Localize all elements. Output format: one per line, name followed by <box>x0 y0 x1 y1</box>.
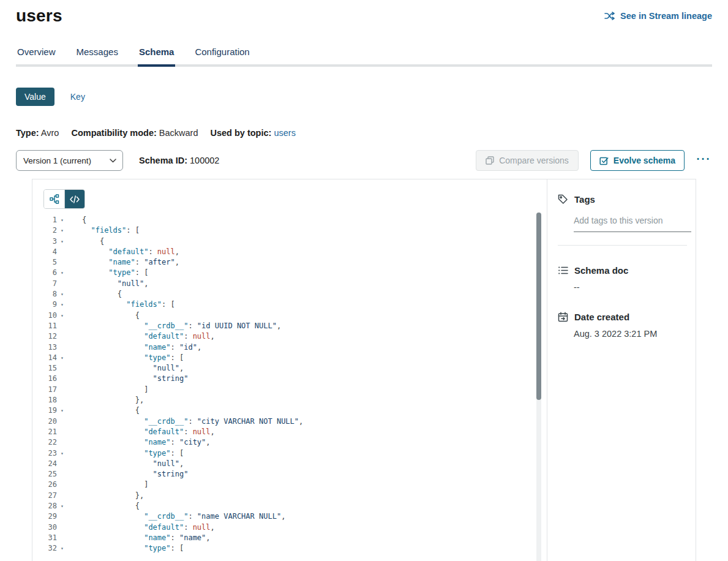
code-text: "fields": [ <box>67 225 140 236</box>
tab-schema[interactable]: Schema <box>138 47 176 67</box>
add-tags-input[interactable] <box>574 214 691 232</box>
code-text: "type": [ <box>67 353 184 363</box>
code-line: 26 ] <box>32 480 547 490</box>
fold-toggle-icon[interactable]: ▾ <box>57 353 67 363</box>
fold-toggle-icon[interactable]: ▾ <box>57 225 67 236</box>
code-line: 32▾ "type": [ <box>32 543 547 554</box>
code-text: "type": [ <box>67 543 184 554</box>
fold-gutter <box>57 416 67 427</box>
editor-scrollbar-thumb[interactable] <box>536 213 541 400</box>
fold-gutter <box>57 247 67 257</box>
page-header: users See in Stream lineage <box>0 0 728 26</box>
tags-title: Tags <box>574 194 595 205</box>
code-line: 9▾ "fields": [ <box>32 299 547 310</box>
fold-toggle-icon[interactable]: ▾ <box>57 289 67 299</box>
evolve-schema-button[interactable]: Evolve schema <box>590 150 685 171</box>
fold-toggle-icon[interactable]: ▾ <box>57 448 67 459</box>
line-number: 10 <box>32 311 57 321</box>
tab-messages[interactable]: Messages <box>75 47 119 64</box>
code-line: 24 "null", <box>32 459 547 469</box>
tags-section: Tags <box>558 194 687 246</box>
schema-id-value: 100002 <box>190 156 219 165</box>
fold-gutter <box>57 321 67 331</box>
chevron-down-icon <box>110 159 116 163</box>
fold-gutter <box>57 385 67 395</box>
code-text: { <box>67 311 140 321</box>
code-line: 14▾ "type": [ <box>32 353 547 363</box>
schema-doc-section: Schema doc -- <box>558 265 687 292</box>
fold-toggle-icon[interactable]: ▾ <box>57 311 67 321</box>
editor-view-toggle <box>43 189 85 209</box>
compare-versions-button[interactable]: Compare versions <box>476 150 579 171</box>
stream-lineage-link[interactable]: See in Stream lineage <box>604 11 712 21</box>
tag-icon <box>558 194 568 205</box>
line-number: 23 <box>32 448 57 459</box>
fold-toggle-icon[interactable]: ▾ <box>57 268 67 278</box>
topic-link[interactable]: users <box>274 128 295 138</box>
code-text: { <box>67 236 104 247</box>
compatibility-meta: Compatibility mode: Backward <box>71 128 198 138</box>
code-text: "null", <box>67 279 148 289</box>
code-view-button[interactable] <box>64 190 84 208</box>
tree-view-icon <box>50 194 59 204</box>
line-number: 21 <box>32 427 57 437</box>
tab-overview[interactable]: Overview <box>16 47 57 64</box>
fold-toggle-icon[interactable]: ▾ <box>57 215 67 225</box>
sidebar-divider <box>558 245 687 246</box>
code-text: "name": "after", <box>67 257 179 268</box>
code-text: { <box>67 501 140 511</box>
value-toggle-button[interactable]: Value <box>16 88 54 106</box>
editor-scrollbar-track[interactable] <box>536 213 541 561</box>
fold-toggle-icon[interactable]: ▾ <box>57 405 67 416</box>
fold-gutter <box>57 480 67 490</box>
code-view-icon <box>70 195 80 203</box>
code-line: 6▾ "type": [ <box>32 268 547 278</box>
code-line: 16 "string" <box>32 374 547 384</box>
code-line: 1▾{ <box>32 215 547 225</box>
fold-gutter <box>57 374 67 384</box>
fold-toggle-icon[interactable]: ▾ <box>57 236 67 247</box>
topic-meta: Used by topic: users <box>210 128 295 138</box>
code-line: 23▾ "type": [ <box>32 448 547 459</box>
code-line: 29 "__crdb__": "name VARCHAR NULL", <box>32 511 547 522</box>
fold-toggle-icon[interactable]: ▾ <box>57 501 67 511</box>
fold-gutter <box>57 395 67 405</box>
code-text: "default": null, <box>67 522 215 533</box>
schema-id-label: Schema ID: <box>139 156 187 165</box>
code-text: }, <box>67 491 144 501</box>
line-number: 22 <box>32 437 57 448</box>
fold-toggle-icon[interactable]: ▾ <box>57 299 67 310</box>
code-line: 13 "name": "id", <box>32 342 547 353</box>
line-number: 13 <box>32 342 57 353</box>
tab-configuration[interactable]: Configuration <box>193 47 250 64</box>
date-created-section: Date created Aug. 3 2022 3:21 PM <box>558 312 687 339</box>
code-text: "__crdb__": "id UUID NOT NULL", <box>67 321 281 331</box>
page-title: users <box>16 6 62 26</box>
fold-toggle-icon[interactable]: ▾ <box>57 543 67 554</box>
date-created-header: Date created <box>558 312 687 322</box>
line-number: 9 <box>32 299 57 310</box>
line-number: 26 <box>32 480 57 490</box>
code-text: ] <box>67 480 148 490</box>
more-actions-button[interactable]: ⋯ <box>694 153 712 168</box>
version-select[interactable]: Version 1 (current) <box>16 150 123 171</box>
fold-gutter <box>57 363 67 374</box>
version-selected-label: Version 1 (current) <box>23 156 91 165</box>
code-line: 27 }, <box>32 491 547 501</box>
editor-toolbar <box>32 179 547 209</box>
line-number: 18 <box>32 395 57 405</box>
line-number: 27 <box>32 491 57 501</box>
value-key-toggle: Value Key <box>16 88 712 106</box>
line-number: 12 <box>32 331 57 342</box>
tree-view-button[interactable] <box>44 190 64 208</box>
line-number: 14 <box>32 353 57 363</box>
code-text: "default": null, <box>67 247 179 257</box>
tags-header: Tags <box>558 194 687 205</box>
edit-check-icon <box>599 156 609 165</box>
type-meta: Type: Avro <box>16 128 59 138</box>
tab-bar: Overview Messages Schema Configuration <box>16 47 712 67</box>
fold-gutter <box>57 437 67 448</box>
compatibility-label: Compatibility mode: <box>71 128 156 138</box>
key-toggle-button[interactable]: Key <box>70 92 85 102</box>
code-text: "null", <box>67 459 184 469</box>
